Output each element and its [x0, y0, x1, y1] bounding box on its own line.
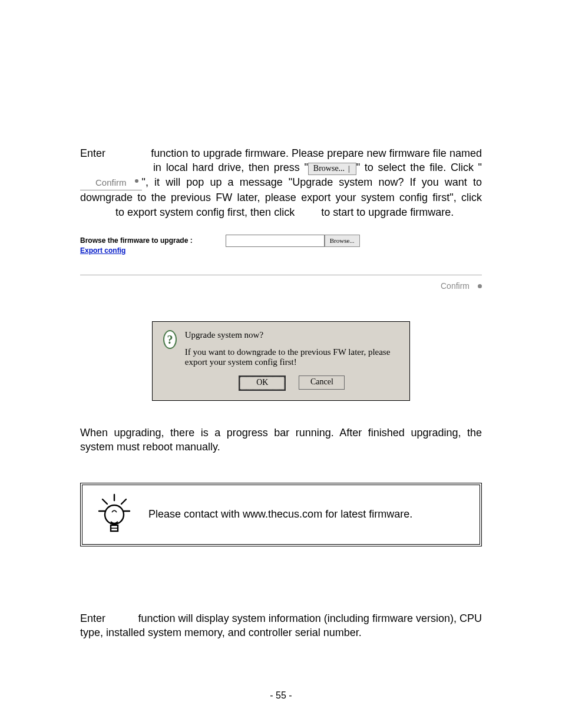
cursor-caret-icon: │: [347, 166, 351, 172]
ok-button[interactable]: OK: [239, 375, 286, 391]
document-page: Enter function to upgrade firmware. Plea…: [0, 0, 562, 728]
text: Enter: [80, 612, 105, 624]
confirm-button-label: Confirm: [441, 281, 470, 291]
text: " to select the file. Click ": [356, 162, 482, 173]
tip-box: Please contact with www.thecus.com for l…: [80, 483, 482, 546]
dot-icon: [478, 284, 482, 288]
upgrade-panel-screenshot: Browse the firmware to upgrade : Export …: [80, 235, 482, 275]
paragraph-upgrade-intro: Enter function to upgrade firmware. Plea…: [80, 146, 482, 219]
question-icon: ?: [163, 330, 177, 349]
paragraph-progress: When upgrading, there is a progress bar …: [80, 426, 482, 454]
confirm-button-inline: Confirm: [80, 177, 142, 190]
cancel-button[interactable]: Cancel: [299, 375, 345, 390]
dot-icon: [135, 179, 138, 183]
text: in local hard drive, then press ": [153, 162, 308, 173]
export-config-link[interactable]: Export config: [80, 246, 193, 255]
text: Enter: [80, 147, 105, 159]
tip-text: Please contact with www.thecus.com for l…: [148, 508, 412, 521]
svg-line-1: [103, 499, 107, 504]
upgrade-confirm-dialog: ? Upgrade system now? If you want to dow…: [152, 321, 410, 401]
text: function to upgrade firmware. Please pre…: [151, 147, 482, 159]
svg-line-2: [121, 499, 126, 504]
confirm-button[interactable]: Confirm: [441, 281, 482, 291]
text: to start to upgrade firmware.: [321, 206, 454, 218]
dialog-title: Upgrade system now?: [185, 330, 399, 340]
confirm-label: Confirm: [95, 177, 127, 187]
browse-button[interactable]: Browse...: [325, 235, 360, 247]
page-number: - 55 -: [0, 690, 562, 701]
browse-firmware-label: Browse the firmware to upgrade :: [80, 236, 193, 245]
paragraph-system-info: Enter function will display system infor…: [80, 611, 482, 640]
lightbulb-icon: [95, 493, 133, 536]
dialog-body-text: If you want to downgrade to the previous…: [185, 347, 399, 367]
text: function will display system information…: [80, 612, 482, 638]
browse-button-inline: Browse... │: [308, 163, 356, 175]
firmware-path-input[interactable]: [226, 235, 325, 247]
text: to export system config first, then clic…: [115, 206, 295, 218]
svg-point-5: [105, 505, 124, 524]
browse-label: Browse...: [313, 164, 345, 173]
